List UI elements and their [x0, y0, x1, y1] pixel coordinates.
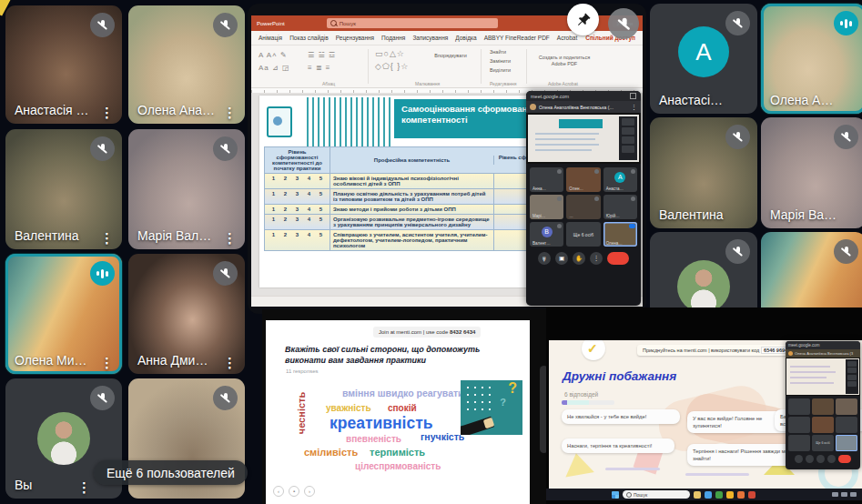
more-options-icon[interactable]: ⋮ — [77, 480, 91, 494]
tab-abbyy[interactable]: ABBYY FineReader PDF — [484, 35, 550, 41]
preview-title-block — [559, 119, 603, 128]
next-button[interactable]: › — [304, 486, 315, 497]
taskbar-search[interactable]: Пошук — [623, 490, 690, 499]
video-tile[interactable]: Анастасія … ⋮ — [5, 5, 122, 124]
speaking-indicator-icon — [834, 11, 858, 35]
col-header: Професійна компетентність — [330, 156, 494, 165]
avatar-letter: A — [678, 26, 729, 77]
mini-tile[interactable]: Олен… — [566, 167, 600, 192]
participant-name: Валентина — [659, 207, 724, 222]
more-options-button[interactable]: ⋮ — [590, 252, 603, 265]
mini-tile[interactable]: Марі… — [530, 195, 563, 219]
more-options-button[interactable] — [827, 455, 836, 463]
ribbon-separator — [368, 49, 369, 84]
start-button[interactable] — [612, 491, 619, 499]
video-tile[interactable]: Марія Вал… ⋮ — [128, 129, 245, 249]
mini-tile-more-users[interactable]: Ще 6 осіб — [812, 435, 834, 451]
taskbar-app-icon[interactable] — [748, 491, 756, 499]
shapes-gallery[interactable]: ▭○△☆ — [375, 49, 405, 58]
video-tile[interactable]: Валентина — [650, 117, 757, 228]
system-tray[interactable] — [832, 492, 857, 497]
mini-tile[interactable] — [836, 398, 857, 415]
mic-button[interactable]: 🎙 — [538, 252, 551, 265]
arrange-button[interactable]: Впорядкувати — [430, 53, 472, 59]
tab-record[interactable]: Записування — [412, 35, 448, 41]
raise-hand-button[interactable] — [816, 455, 825, 463]
more-options-icon[interactable]: ⋮ — [223, 356, 237, 369]
mini-tile[interactable] — [788, 398, 810, 415]
search-icon — [626, 492, 632, 498]
mini-tile[interactable] — [788, 435, 810, 451]
avatar — [788, 351, 793, 356]
end-call-button[interactable] — [607, 252, 629, 265]
mini-tile[interactable]: ВВалент… — [530, 222, 563, 247]
mini-tile[interactable] — [812, 398, 834, 415]
avatar — [37, 412, 90, 465]
adobe-pdf-button[interactable]: Создать и поделиться Adobe PDF — [535, 55, 593, 67]
font-tools-icons2[interactable]: Aa ⊿ ◲ — [259, 64, 290, 72]
mini-tile[interactable]: Анна… — [530, 167, 563, 192]
select-button[interactable]: Виділити — [490, 67, 521, 74]
camera-button[interactable] — [806, 455, 814, 463]
mini-tile[interactable]: … — [566, 195, 600, 219]
prev-button[interactable]: ‹ — [273, 486, 284, 497]
mini-tile[interactable] — [836, 417, 857, 433]
more-options-icon[interactable]: ⋮ — [100, 356, 114, 369]
decoration-triangle — [562, 450, 594, 477]
tab-animation[interactable]: Анімація — [259, 35, 282, 41]
more-options-icon[interactable]: ⋮ — [100, 231, 114, 245]
cloud-word: уважність — [326, 403, 371, 413]
video-tile[interactable]: Валентина ⋮ — [5, 129, 122, 249]
more-options-icon[interactable]: ⋮ — [100, 106, 114, 119]
font-tools-icons[interactable]: A A˄ ✎ — [259, 51, 288, 59]
mini-tile-active[interactable]: Олена… — [603, 222, 637, 247]
mic-muted-icon — [834, 125, 858, 149]
taskbar-app-icon[interactable] — [726, 491, 734, 499]
more-options-icon[interactable]: ⋮ — [223, 106, 237, 119]
video-tile[interactable]: A Анастасі… — [650, 4, 757, 114]
taskbar-app-icon[interactable] — [694, 491, 701, 499]
participant-name: Валентина — [15, 228, 79, 243]
video-tile[interactable]: Олена Ана… ⋮ — [128, 5, 245, 124]
tab-acrobat[interactable]: Acrobat — [557, 35, 577, 41]
taskbar-app-icon[interactable] — [715, 491, 723, 499]
more-users-badge[interactable]: Ещё 6 пользователей — [94, 460, 248, 485]
mini-tile-more-users[interactable]: Ще 6 осіб — [566, 222, 600, 247]
ribbon-separator — [526, 49, 527, 84]
overview-button[interactable]: ▪ — [289, 486, 299, 497]
pin-icon[interactable] — [567, 4, 599, 35]
more-options-icon[interactable]: ⋮ — [631, 104, 637, 111]
tab-slideshow[interactable]: Показ слайдів — [289, 35, 329, 41]
video-tile[interactable]: Марія Ва… — [761, 117, 862, 228]
mini-tile[interactable]: AАнаста… — [603, 167, 637, 192]
find-button[interactable]: Знайти — [490, 49, 521, 55]
tab-help[interactable]: Довідка — [455, 35, 476, 41]
taskbar-app-icon[interactable] — [705, 491, 712, 499]
question-mark-glyph: ? — [508, 380, 517, 397]
taskbar-app-icon[interactable] — [737, 491, 745, 499]
screen-share-tile[interactable]: PowerPoint Пошук Увійти Анімація Показ с… — [248, 4, 646, 314]
mini-tile[interactable] — [788, 417, 810, 433]
tab-view[interactable]: Подання — [381, 35, 405, 41]
raise-hand-button[interactable]: ✋ — [573, 252, 585, 265]
mini-tile-active[interactable] — [836, 435, 857, 451]
mic-button[interactable] — [795, 455, 803, 463]
video-tile-active-speaker[interactable]: Олена Ми… ⋮ — [5, 254, 122, 374]
meet-pip-window[interactable]: meet.google.com Олена Анатоліївна Венгло… — [786, 341, 860, 469]
video-tile-active-speaker[interactable]: Олена А… — [761, 4, 862, 114]
paragraph-icons2[interactable]: ≡ ≣ ≡ — [308, 64, 330, 72]
end-call-button[interactable] — [838, 455, 851, 463]
mini-tile[interactable]: Юрій… — [603, 195, 637, 219]
responses-count: 11 responses — [286, 368, 319, 374]
presentation-preview[interactable] — [526, 113, 641, 164]
replace-button[interactable]: Замінити — [490, 58, 521, 65]
paragraph-icons[interactable]: ☰ ☱ ☲ — [308, 51, 336, 59]
more-options-icon[interactable]: ⋮ — [223, 231, 237, 245]
preview-line — [535, 144, 599, 146]
mini-tile[interactable] — [812, 417, 834, 433]
camera-button[interactable]: ▣ — [555, 252, 568, 265]
tab-review[interactable]: Рецензування — [336, 35, 374, 41]
ribbon-search-input[interactable]: Пошук — [327, 18, 498, 28]
video-tile[interactable]: Анна Дми… ⋮ — [128, 254, 245, 374]
shapes-gallery2[interactable]: ◇⬠{ }☆ — [375, 62, 409, 71]
